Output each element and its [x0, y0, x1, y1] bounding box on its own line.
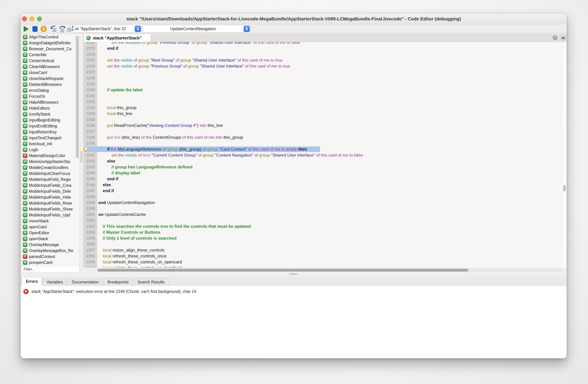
code-line-2228[interactable]: 2228: [83, 75, 567, 81]
code-line-2242[interactable]: 2242else: [83, 158, 567, 164]
code-hscrollbar[interactable]: [97, 268, 562, 272]
line-number[interactable]: 2256: [83, 241, 97, 247]
sidebar-item-openStack[interactable]: HopenStack: [21, 236, 79, 242]
sidebar-item-MobileInputFields_Rese[interactable]: HMobileInputFields_Rese: [21, 200, 79, 206]
line-number[interactable]: 2241: [83, 152, 97, 158]
line-number[interactable]: 2243: [83, 164, 97, 170]
line-number[interactable]: 2245: [83, 176, 97, 182]
line-number[interactable]: 2230: [83, 87, 97, 93]
sidebar-item-Browser_Document_Co[interactable]: HBrowser_Document_Co: [21, 46, 79, 52]
handler-select[interactable]: UpdateContentNavigation: [143, 25, 251, 32]
step-over-icon[interactable]: [40, 25, 47, 32]
code-text[interactable]: [97, 241, 567, 247]
code-line-2238[interactable]: 2238put line (this_line) of the ContentG…: [83, 134, 567, 140]
sidebar-item-MobileInputClearFocus[interactable]: HMobileInputClearFocus: [21, 171, 79, 176]
sidebar-item-errorDialog[interactable]: HerrorDialog: [21, 87, 79, 93]
code-line-2250[interactable]: 2250: [83, 206, 567, 212]
line-number[interactable]: 2257: [83, 247, 97, 253]
code-line-2229[interactable]: 2229: [83, 81, 567, 87]
sidebar-item-AssignDatagridDefinitio[interactable]: HAssignDatagridDefinitio: [21, 40, 79, 46]
code-line-2255[interactable]: 2255// Only 1 level of controls is searc…: [83, 235, 567, 241]
code-text[interactable]: // update the label: [97, 87, 567, 93]
sidebar-item-CenterVertical[interactable]: HCenterVertical: [21, 58, 79, 64]
line-number[interactable]: 2239: [83, 140, 97, 146]
code-line-2237[interactable]: 2237: [83, 128, 567, 134]
line-number[interactable]: 2231: [83, 93, 97, 99]
code-line-2259[interactable]: 2259local refresh_these_controls_on_open…: [83, 259, 567, 265]
code-text[interactable]: local this_line: [97, 111, 567, 117]
code-line-2252[interactable]: 2252: [83, 217, 567, 223]
line-number[interactable]: 2251: [83, 212, 97, 217]
line-number[interactable]: 2222: [83, 42, 97, 45]
code-text[interactable]: local resize_align_these_controls: [97, 247, 567, 253]
sidebar-item-inputEndEditing[interactable]: HinputEndEditing: [21, 123, 79, 129]
line-number[interactable]: 2223: [83, 45, 97, 51]
bottom-tab-search-results[interactable]: Search Results: [133, 278, 168, 286]
sidebar-item-MobileInputFields_Upd[interactable]: HMobileInputFields_Upd: [21, 212, 79, 218]
code-text[interactable]: set the disabled of group "Previous Grou…: [97, 42, 567, 45]
code-vscrollbar-thumb[interactable]: [563, 185, 566, 191]
code-text[interactable]: put line (this_line) of the ContentGroup…: [97, 134, 567, 140]
line-number[interactable]: 2237: [83, 128, 97, 134]
code-text[interactable]: [97, 140, 567, 146]
sidebar-item-MobileInputFields_Crea[interactable]: HMobileInputFields_Crea: [21, 182, 79, 188]
line-number[interactable]: 2246: [83, 182, 97, 188]
sidebar-item-MobileInputField_Regis[interactable]: HMobileInputField_Regis: [21, 176, 79, 182]
code-line-2253[interactable]: 2253// This searches the controls tree t…: [83, 223, 567, 229]
code-text[interactable]: put ReadFromCache("Viewing Content Group…: [97, 123, 567, 128]
line-number[interactable]: 2248: [83, 194, 97, 200]
code-line-2243[interactable]: 2243// group has LanguageReference defin…: [83, 164, 567, 170]
code-text[interactable]: // Master Controls or Buttons: [97, 229, 567, 235]
sidebar-item-AlignThisControl[interactable]: HAlignThisControl: [21, 34, 79, 40]
code-text[interactable]: else: [97, 182, 567, 188]
title-bar[interactable]: stack "/Users/stam/Downloads/AppStarterS…: [21, 13, 567, 24]
line-number[interactable]: 2247: [83, 188, 97, 194]
code-text[interactable]: // group has LanguageReference defined: [97, 164, 567, 170]
line-number[interactable]: 2232: [83, 99, 97, 105]
code-line-2224[interactable]: 2224: [83, 51, 567, 57]
line-number[interactable]: 2229: [83, 81, 97, 87]
error-list-item[interactable]: stack "AppStarterStack": execution error…: [23, 289, 196, 294]
code-text[interactable]: local refresh_these_controls_on_opencard: [97, 259, 567, 265]
line-number[interactable]: 2254: [83, 229, 97, 235]
sidebar-item-MobileInputFields_Hide[interactable]: HMobileInputFields_Hide: [21, 194, 79, 200]
sidebar-item-CenterMe[interactable]: HCenterMe: [21, 52, 79, 58]
line-number[interactable]: 2238: [83, 134, 97, 140]
line-number[interactable]: 2255: [83, 235, 97, 241]
sidebar-item-parsedContext[interactable]: FparsedContext: [21, 254, 79, 259]
code-line-2222[interactable]: 2222set the disabled of group "Previous …: [83, 42, 567, 45]
code-line-2232[interactable]: 2232: [83, 99, 567, 105]
code-text[interactable]: set the visible of field "Current Conten…: [97, 152, 567, 158]
code-text[interactable]: set the visible of group "Next Group" of…: [97, 57, 567, 63]
debug-context-select[interactable]: ck "AppStarterStack", line 22: [73, 25, 142, 32]
code-text[interactable]: end if: [97, 45, 567, 51]
sidebar-scrollbar-thumb[interactable]: [76, 36, 79, 158]
code-line-2248[interactable]: 2248: [83, 194, 567, 200]
line-number[interactable]: 2234: [83, 111, 97, 117]
line-number[interactable]: 2244: [83, 170, 97, 176]
script-editor-area[interactable]: 2222set the disabled of group "Previous …: [83, 42, 567, 267]
code-hscrollbar-thumb[interactable]: [98, 269, 468, 272]
code-line-2244[interactable]: 2244// display label: [83, 170, 567, 176]
bottom-tab-breakpoints[interactable]: Breakpoints: [104, 278, 133, 286]
code-line-2256[interactable]: 2256: [83, 241, 567, 247]
code-text[interactable]: [97, 75, 567, 81]
line-number[interactable]: 2228: [83, 75, 97, 81]
code-line-2230[interactable]: 2230// update the label: [83, 87, 567, 93]
line-number[interactable]: 2224: [83, 51, 97, 57]
sidebar-item-MobileCreateScrollers[interactable]: HMobileCreateScrollers: [21, 165, 79, 171]
run-icon[interactable]: [22, 25, 29, 32]
sidebar-item-HideAllBrowsers[interactable]: HHideAllBrowsers: [21, 99, 79, 105]
line-number[interactable]: 2259: [83, 259, 97, 265]
code-line-2258[interactable]: 2258local refresh_these_controls_once: [83, 253, 567, 259]
stop-icon[interactable]: [31, 25, 38, 32]
sidebar-item-MobileInputFields_Show[interactable]: HMobileInputFields_Show: [21, 206, 79, 212]
line-number[interactable]: 2225: [83, 57, 97, 63]
code-text[interactable]: [97, 117, 567, 123]
code-text[interactable]: [97, 194, 567, 200]
line-number[interactable]: 2252: [83, 217, 97, 223]
code-text[interactable]: end UpdateContentNavigation: [97, 200, 567, 206]
code-text[interactable]: // Only 1 level of controls is searched: [97, 235, 567, 241]
code-line-2249[interactable]: 2249end UpdateContentNavigation: [83, 200, 567, 206]
code-text[interactable]: local refresh_these_controls_once: [97, 253, 567, 259]
